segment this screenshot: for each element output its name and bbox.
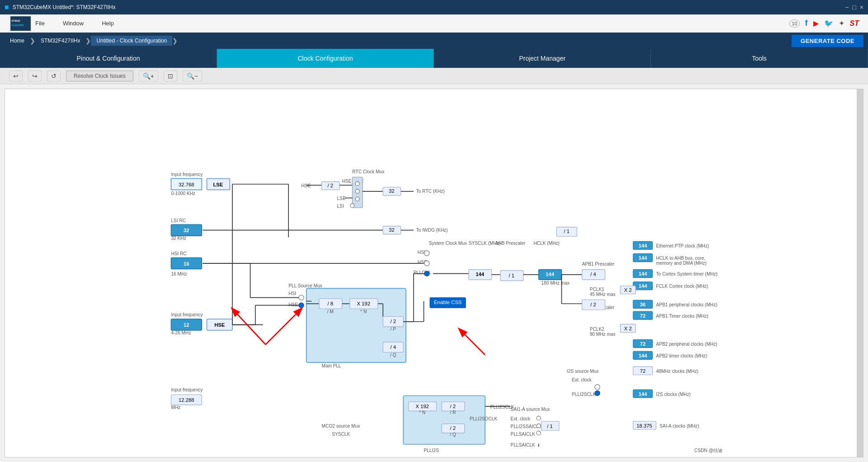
refresh-button[interactable]: ↺ — [47, 71, 61, 81]
main-area: Input frequency 32.768 0-1000 KHz LSE LS… — [0, 84, 868, 462]
svg-text:32 KHz: 32 KHz — [171, 236, 186, 241]
svg-text:To IWDG (KHz): To IWDG (KHz) — [416, 228, 448, 233]
svg-text:STM32: STM32 — [11, 19, 20, 22]
vertical-scrollbar[interactable] — [857, 89, 863, 457]
svg-text:Ext. clock: Ext. clock — [510, 416, 530, 421]
svg-text:/ 1: / 1 — [547, 424, 553, 429]
menu-file[interactable]: File — [35, 20, 45, 27]
svg-text:AHB Prescaler: AHB Prescaler — [495, 241, 526, 246]
svg-text:16 MHz: 16 MHz — [171, 271, 187, 276]
svg-text:/ 2: / 2 — [450, 425, 456, 431]
tabbar: Pinout & Configuration Clock Configurati… — [0, 49, 868, 68]
svg-text:PLLI2SCLK: PLLI2SCLK — [490, 405, 514, 410]
maximize-button[interactable]: □ — [852, 4, 856, 11]
svg-point-156 — [595, 391, 600, 395]
svg-text:144: 144 — [638, 271, 647, 276]
menu-right-icons: 10 f ▶ 🐦 ✦ ST — [789, 19, 859, 28]
svg-point-38 — [350, 204, 354, 208]
svg-text:Main PLL: Main PLL — [322, 363, 341, 368]
svg-text:/ M: / M — [327, 309, 334, 314]
fit-button[interactable]: ⊡ — [164, 71, 177, 81]
icon-badge-10: 10 — [789, 19, 799, 28]
svg-text:APB1 Timer clocks (MHz): APB1 Timer clocks (MHz) — [656, 314, 708, 319]
tab-pinout[interactable]: Pinout & Configuration — [0, 49, 217, 68]
undo-button[interactable]: ↩ — [9, 71, 23, 81]
clock-diagram[interactable]: Input frequency 32.768 0-1000 KHz LSE LS… — [5, 89, 863, 457]
svg-text:/ 2: / 2 — [450, 404, 456, 409]
svg-text:32.768: 32.768 — [179, 182, 194, 187]
svg-text:16: 16 — [184, 261, 189, 267]
svg-text:HSE: HSE — [301, 183, 311, 188]
svg-text:HSI RC: HSI RC — [171, 251, 186, 256]
svg-text:CSDN @结迪: CSDN @结迪 — [694, 448, 722, 453]
svg-text:PLLSAICLK: PLLSAICLK — [510, 443, 535, 448]
icon-twitter[interactable]: 🐦 — [824, 19, 833, 28]
crumb-home[interactable]: Home — [5, 36, 30, 46]
tab-clock[interactable]: Clock Configuration — [217, 49, 434, 68]
svg-text:PCLK1: PCLK1 — [590, 287, 604, 292]
svg-text:LSI RC: LSI RC — [171, 218, 186, 223]
redo-button[interactable]: ↪ — [28, 71, 42, 81]
svg-text:* N: * N — [419, 410, 425, 415]
svg-text:/ 4: / 4 — [590, 271, 596, 277]
svg-text:48MHz clocks (MHz): 48MHz clocks (MHz) — [656, 369, 698, 374]
svg-text:72: 72 — [640, 341, 646, 347]
titlebar: ■ STM32CubeMX Untitled*: STM32F427IIHx −… — [0, 0, 868, 14]
svg-text:HSE: HSE — [214, 322, 225, 328]
svg-text:* N: * N — [360, 309, 367, 314]
tab-project[interactable]: Project Manager — [434, 49, 651, 68]
window-title: STM32CubeMX Untitled*: STM32F427IIHx — [13, 4, 116, 10]
svg-text:72: 72 — [640, 368, 646, 374]
svg-text:45 MHz max: 45 MHz max — [590, 292, 615, 297]
svg-text:X 192: X 192 — [415, 404, 429, 409]
svg-point-154 — [595, 385, 600, 390]
svg-text:144: 144 — [546, 271, 555, 277]
menu-help[interactable]: Help — [102, 20, 114, 27]
crumb-page[interactable]: Untitled - Clock Configuration — [91, 36, 172, 46]
svg-text:12: 12 — [184, 322, 189, 328]
svg-text:APB1 peripheral clocks (MHz): APB1 peripheral clocks (MHz) — [656, 302, 717, 307]
menu-window[interactable]: Window — [63, 20, 84, 27]
svg-text:0-1000 KHz: 0-1000 KHz — [171, 191, 195, 196]
svg-point-174 — [537, 416, 541, 420]
icon-facebook[interactable]: f — [805, 19, 808, 28]
svg-text:144: 144 — [638, 255, 647, 261]
svg-text:/ P: / P — [390, 327, 396, 332]
svg-text:Input frequency: Input frequency — [171, 172, 203, 177]
breadcrumb: Home ❯ STM32F427IIHx ❯ Untitled - Clock … — [0, 33, 868, 49]
svg-text:To RTC (KHz): To RTC (KHz) — [416, 189, 444, 194]
resolve-clock-button[interactable]: Resolve Clock Issues — [66, 71, 133, 81]
generate-code-button[interactable]: GENERATE CODE — [792, 35, 863, 47]
app-icon: ■ — [5, 3, 9, 11]
svg-point-59 — [299, 303, 304, 308]
svg-point-54 — [299, 295, 304, 300]
crumb-device[interactable]: STM32F427IIHx — [35, 36, 85, 46]
icon-st: ST — [850, 19, 859, 28]
minimize-button[interactable]: − — [845, 4, 849, 11]
svg-text:PLLI2SCLK: PLLI2SCLK — [572, 392, 596, 397]
svg-point-32 — [355, 181, 359, 186]
svg-text:/ 4: / 4 — [390, 344, 396, 350]
svg-text:36: 36 — [640, 302, 646, 307]
svg-text:Input frequency: Input frequency — [171, 312, 203, 317]
svg-text:HCLK to AHB bus, core,: HCLK to AHB bus, core, — [656, 256, 705, 261]
svg-point-81 — [425, 251, 429, 256]
menubar: STM32 CubeMX File Window Help 10 f ▶ 🐦 ✦… — [0, 14, 868, 33]
svg-point-34 — [355, 197, 359, 201]
svg-text:/ Q: / Q — [450, 432, 456, 437]
tab-tools[interactable]: Tools — [651, 49, 868, 68]
zoom-in-button[interactable]: 🔍+ — [139, 71, 158, 81]
svg-text:FCLK Cortex clock (MHz): FCLK Cortex clock (MHz) — [656, 284, 708, 289]
zoom-out-button[interactable]: 🔍− — [183, 71, 202, 81]
svg-text:X 192: X 192 — [357, 301, 370, 306]
svg-text:32: 32 — [389, 227, 395, 233]
svg-text:/ 2: / 2 — [328, 183, 334, 188]
svg-text:CubeMX: CubeMX — [11, 24, 24, 27]
svg-text:4-26 MHz: 4-26 MHz — [171, 330, 191, 335]
icon-youtube[interactable]: ▶ — [813, 19, 819, 28]
icon-network[interactable]: ✦ — [839, 19, 844, 28]
svg-text:32: 32 — [184, 228, 189, 233]
svg-text:180 MHz max: 180 MHz max — [541, 281, 570, 286]
close-button[interactable]: × — [860, 4, 863, 11]
svg-text:/ 1: / 1 — [509, 273, 514, 278]
